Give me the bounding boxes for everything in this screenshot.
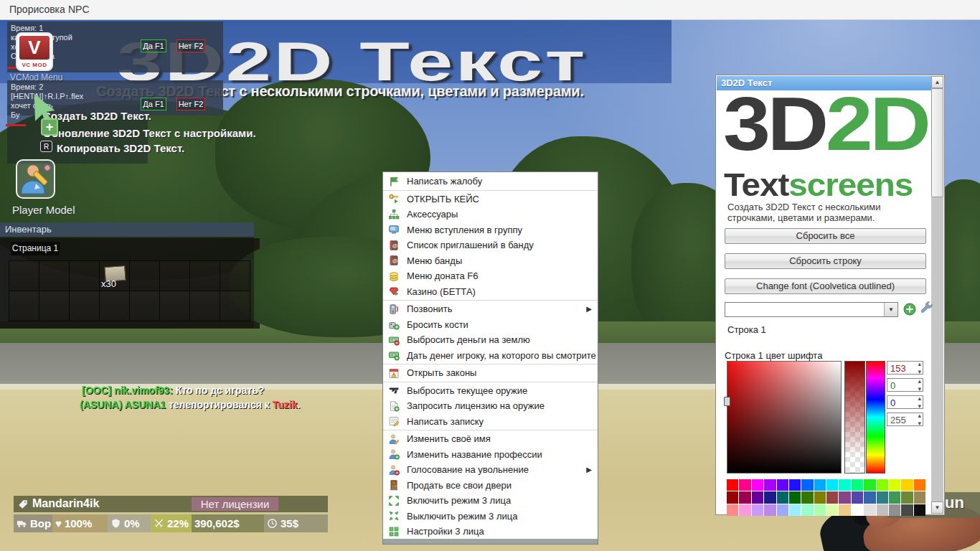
dialog-no-button[interactable]: Нет F2 xyxy=(176,39,205,52)
chevron-down-icon[interactable]: ▼ xyxy=(884,303,897,316)
spinner-up-icon[interactable]: ▴ xyxy=(918,412,921,419)
palette-swatch[interactable] xyxy=(839,479,850,491)
inventory-slot[interactable] xyxy=(39,291,70,321)
color-value-input[interactable]: 0▴▾ xyxy=(887,378,923,392)
dialog-yes-button[interactable]: Да F1 xyxy=(141,98,166,110)
palette-swatch[interactable] xyxy=(864,491,875,503)
menu-item-22[interactable]: Выключить режим 3 лица xyxy=(383,509,598,524)
add-line-icon[interactable] xyxy=(903,303,916,316)
inventory-slot[interactable] xyxy=(220,261,250,291)
palette-swatch[interactable] xyxy=(889,504,900,516)
palette-swatch[interactable] xyxy=(914,491,925,503)
palette-swatch[interactable] xyxy=(877,491,888,503)
palette-swatch[interactable] xyxy=(839,504,850,516)
palette-swatch[interactable] xyxy=(739,504,750,516)
dialog-no-button[interactable]: Нет F2 xyxy=(176,98,205,110)
text-line-combobox[interactable]: ▼ xyxy=(725,302,898,317)
reset-all-button[interactable]: Сбросить все xyxy=(725,228,926,244)
menu-item-14[interactable]: Выбросить текущее оружие xyxy=(383,383,598,399)
menu-item-13[interactable]: Открыть законы xyxy=(383,365,598,381)
spinner-down-icon[interactable]: ▾ xyxy=(918,420,921,427)
menu-item-20[interactable]: Продать все свои двери xyxy=(383,478,598,494)
palette-swatch[interactable] xyxy=(801,479,813,491)
palette-swatch[interactable] xyxy=(727,479,738,491)
menu-item-10[interactable]: Бросить кости xyxy=(383,317,598,333)
palette-swatch[interactable] xyxy=(764,504,776,516)
palette-swatch[interactable] xyxy=(826,491,838,503)
palette-swatch[interactable] xyxy=(877,479,888,491)
menu-item-23[interactable]: Настройки 3 лица xyxy=(383,524,598,540)
palette-swatch[interactable] xyxy=(826,504,838,516)
palette-swatch[interactable] xyxy=(914,504,925,516)
spinner-up-icon[interactable]: ▴ xyxy=(918,360,921,367)
scroll-thumb[interactable] xyxy=(931,88,943,197)
palette-swatch[interactable] xyxy=(752,479,763,491)
inventory-slot[interactable]: x30 xyxy=(100,261,130,291)
palette-swatch[interactable] xyxy=(889,491,900,503)
inventory-slot[interactable] xyxy=(9,261,39,291)
palette-swatch[interactable] xyxy=(764,479,776,491)
inventory-slot[interactable] xyxy=(70,291,100,321)
menu-item-9[interactable]: Позвонить▶ xyxy=(383,301,598,317)
palette-swatch[interactable] xyxy=(901,479,913,491)
menu-item-1[interactable]: Написать жалобу xyxy=(383,174,598,189)
palette-swatch[interactable] xyxy=(789,504,801,516)
palette-swatch[interactable] xyxy=(752,491,763,503)
inventory-slot[interactable] xyxy=(130,261,160,291)
palette-swatch[interactable] xyxy=(801,491,813,503)
menu-item-7[interactable]: Меню доната F6 xyxy=(383,268,598,284)
picker-handle[interactable] xyxy=(724,397,730,406)
inventory-slot[interactable] xyxy=(190,291,220,321)
spinner-down-icon[interactable]: ▾ xyxy=(918,402,921,410)
inventory-header[interactable]: Инвентарь xyxy=(0,222,254,237)
palette-swatch[interactable] xyxy=(814,491,826,503)
palette-swatch[interactable] xyxy=(814,479,826,491)
reset-line-button[interactable]: Сбросить строку xyxy=(725,253,926,269)
menu-item-4[interactable]: Меню вступления в группу xyxy=(383,222,598,238)
wrench-icon[interactable] xyxy=(919,301,935,316)
palette-swatch[interactable] xyxy=(752,504,763,516)
palette-swatch[interactable] xyxy=(739,491,750,503)
menu-item-15[interactable]: Запросить лицензию на оружие xyxy=(383,398,598,414)
palette-swatch[interactable] xyxy=(777,491,788,503)
spinner-down-icon[interactable]: ▾ xyxy=(918,368,921,375)
color-value-input[interactable]: 255▴▾ xyxy=(887,413,923,426)
palette-swatch[interactable] xyxy=(727,491,738,503)
palette-swatch[interactable] xyxy=(777,479,788,491)
scroll-up-icon[interactable]: ▲ xyxy=(931,76,943,88)
inventory-slot[interactable] xyxy=(190,261,220,291)
scroll-down-icon[interactable]: ▼ xyxy=(931,501,943,514)
inventory-slot[interactable] xyxy=(39,261,70,291)
menu-item-21[interactable]: Включить режим 3 лица xyxy=(383,493,598,509)
palette-swatch[interactable] xyxy=(852,504,863,516)
menu-item-16[interactable]: Написать записку xyxy=(383,414,598,430)
palette-swatch[interactable] xyxy=(826,479,838,491)
inventory-slot[interactable] xyxy=(220,291,250,321)
menu-item-11[interactable]: Выбросить деньги на землю xyxy=(383,332,598,348)
spinner-up-icon[interactable]: ▴ xyxy=(918,377,921,385)
palette-swatch[interactable] xyxy=(877,504,888,516)
menu-item-draw[interactable]: Прорисовка xyxy=(9,0,65,19)
inventory-slot[interactable] xyxy=(9,291,39,321)
change-font-button[interactable]: Change font (Coolvetica outlined) xyxy=(725,278,926,294)
palette-swatch[interactable] xyxy=(789,479,801,491)
palette-swatch[interactable] xyxy=(789,491,801,503)
palette-swatch[interactable] xyxy=(727,504,738,516)
palette-swatch[interactable] xyxy=(852,479,863,491)
palette-swatch[interactable] xyxy=(889,479,900,491)
menu-item-8[interactable]: Казино (БЕТТА) xyxy=(383,284,598,300)
menu-item-npc[interactable]: NPC xyxy=(68,0,90,19)
palette-swatch[interactable] xyxy=(901,491,913,503)
menu-item-18[interactable]: Изменить название профессии xyxy=(383,447,598,463)
palette-swatch[interactable] xyxy=(777,504,788,516)
palette-swatch[interactable] xyxy=(814,504,826,516)
spinner-up-icon[interactable]: ▴ xyxy=(918,395,921,402)
scrollbar[interactable]: ▲ ▼ xyxy=(931,76,943,514)
menu-item-19[interactable]: Голосование на увольнение▶ xyxy=(383,462,598,478)
player-model-tool-button[interactable] xyxy=(16,159,55,199)
palette-swatch[interactable] xyxy=(864,504,875,516)
palette-swatch[interactable] xyxy=(801,504,813,516)
palette-swatch[interactable] xyxy=(901,504,913,516)
palette-swatch[interactable] xyxy=(914,479,925,491)
palette-swatch[interactable] xyxy=(739,479,750,491)
